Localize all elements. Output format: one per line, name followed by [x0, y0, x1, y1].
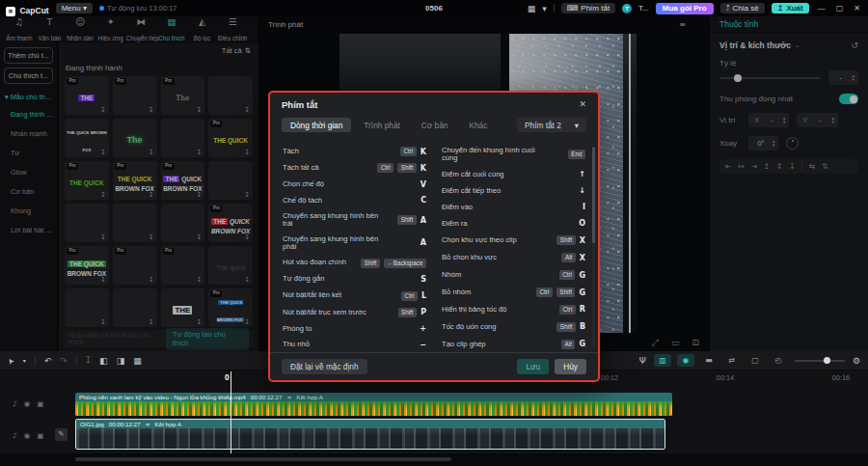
download-icon[interactable]: ↧: [100, 318, 106, 326]
download-icon[interactable]: ↧: [244, 149, 250, 156]
record-voiceover-icon[interactable]: Ψ: [639, 356, 646, 366]
delete-icon[interactable]: ▦: [133, 356, 142, 366]
timeline-settings-icon[interactable]: ⚙: [853, 356, 860, 366]
scale-slider-knob[interactable]: [734, 74, 742, 82]
redo-icon[interactable]: ↷: [60, 356, 68, 366]
download-icon[interactable]: ↧: [149, 233, 154, 241]
section-collapse-icon[interactable]: ⌄: [795, 41, 800, 49]
download-icon[interactable]: ↧: [100, 276, 106, 284]
shortcut-preset-dropdown[interactable]: Phím tắt 2▾: [517, 118, 586, 132]
export-button[interactable]: ↥Xuất: [772, 3, 809, 14]
sidebar-item-4[interactable]: Cơ bản: [0, 181, 57, 201]
select-tool-button[interactable]: ➤: [8, 356, 14, 366]
select-tool-caret-icon[interactable]: ▾: [23, 357, 26, 364]
lock-track-icon[interactable]: ▣: [37, 399, 43, 408]
trim-right-icon[interactable]: ◨: [117, 356, 125, 366]
link-clips-toggle[interactable]: ◉: [677, 354, 694, 367]
distribute-v-icon[interactable]: ⇅: [822, 162, 828, 171]
sidebar-item-5[interactable]: Khung: [0, 201, 57, 220]
download-icon[interactable]: ↧: [196, 149, 202, 156]
template-card[interactable]: ↧: [65, 288, 109, 327]
align-center-h-icon[interactable]: ↔: [738, 162, 745, 171]
cancel-button[interactable]: Hủy: [555, 359, 586, 374]
template-card[interactable]: Pro↧: [161, 246, 205, 285]
nav-item-adjust[interactable]: ☰Điều chỉnh: [218, 16, 248, 44]
nav-item-audio[interactable]: ♫Âm thanh: [4, 16, 34, 44]
modal-tab-3[interactable]: Khác: [460, 118, 496, 132]
download-icon[interactable]: ↧: [100, 106, 106, 114]
minimize-button[interactable]: —: [816, 4, 827, 13]
timeline-zoom-slider[interactable]: [795, 360, 845, 362]
share-button[interactable]: ⤴Chia sẻ: [720, 3, 765, 14]
maximize-button[interactable]: ▢: [834, 4, 846, 13]
close-icon[interactable]: ✕: [579, 99, 586, 109]
aspect-ratio-icon[interactable]: ▭: [671, 338, 680, 347]
template-card[interactable]: ProThe↧: [161, 76, 205, 115]
image-clip[interactable]: OIG1.jpg 00:00:12:27 ∞ Kết hợp A: [75, 419, 665, 450]
download-icon[interactable]: ↧: [196, 318, 202, 326]
nav-item-filter[interactable]: ◭Bộ lọc: [187, 16, 217, 44]
align-bottom-icon[interactable]: ↧: [789, 162, 796, 171]
download-icon[interactable]: ↧: [100, 191, 106, 199]
x-stepper[interactable]: ▲▼: [782, 117, 786, 124]
expand-tracks-toggle[interactable]: ⇄: [723, 354, 741, 367]
sidebar-item-3[interactable]: Glow: [0, 162, 57, 181]
trim-left-icon[interactable]: ◧: [99, 356, 108, 366]
sidebar-item-0[interactable]: Đang thịnh ...: [0, 104, 57, 123]
template-card[interactable]: ↧: [208, 76, 253, 115]
sidebar-item-1[interactable]: Nhấn mạnh: [0, 123, 57, 143]
download-icon[interactable]: ↧: [244, 276, 250, 284]
lock-track-icon[interactable]: ▣: [37, 431, 43, 440]
layout-icon[interactable]: ▦: [528, 4, 536, 14]
download-icon[interactable]: ↧: [244, 191, 250, 199]
avatar[interactable]: T: [622, 4, 632, 14]
template-card[interactable]: ProTHE QUICKBROWN FOX↧: [161, 161, 205, 200]
align-middle-icon[interactable]: ↕: [776, 162, 783, 171]
rotate-stepper[interactable]: ▲▼: [772, 140, 775, 148]
download-icon[interactable]: ↧: [196, 191, 202, 199]
download-icon[interactable]: ↧: [149, 276, 154, 284]
template-card[interactable]: ↧: [113, 204, 157, 242]
sidebar-item-6[interactable]: Lời bài hát ...: [0, 220, 57, 239]
position-x-input[interactable]: X-▲▼: [748, 113, 789, 127]
fullscreen-icon[interactable]: ⊡: [692, 338, 699, 347]
uniform-scale-toggle[interactable]: [839, 94, 858, 104]
download-icon[interactable]: ↧: [244, 106, 250, 114]
scale-stepper[interactable]: ▲▼: [852, 74, 855, 82]
fit-canvas-icon[interactable]: ⤢: [652, 338, 659, 348]
download-icon[interactable]: ↧: [196, 276, 202, 284]
template-card[interactable]: ↧: [208, 161, 253, 200]
template-card[interactable]: ↧: [65, 204, 109, 242]
download-icon[interactable]: ↧: [244, 233, 250, 241]
template-card[interactable]: ProTHE↧: [65, 76, 109, 115]
player-menu-icon[interactable]: ≡: [679, 20, 686, 29]
auto-caption-button[interactable]: Tự động tạo chú thích: [166, 328, 249, 350]
download-icon[interactable]: ↧: [244, 318, 250, 326]
scale-slider[interactable]: [719, 77, 821, 79]
sidebar-item-2[interactable]: Từ: [0, 143, 57, 162]
download-icon[interactable]: ↧: [149, 106, 154, 114]
download-icon[interactable]: ↧: [196, 106, 202, 114]
scale-input[interactable]: -▲▼: [828, 70, 858, 85]
upgrade-pro-button[interactable]: Mua gói Pro: [656, 3, 714, 14]
template-card[interactable]: Pro↧: [113, 246, 157, 285]
main-track-magnet-toggle[interactable]: ▥: [654, 354, 671, 367]
download-icon[interactable]: ↧: [149, 149, 154, 156]
edit-caption-icon[interactable]: ✎: [55, 428, 68, 441]
modal-tab-2[interactable]: Cơ bản: [413, 118, 457, 132]
download-icon[interactable]: ↧: [100, 149, 106, 156]
video-clip[interactable]: Phông nền xanh lam kỹ vào video - Ngọn l…: [75, 393, 672, 416]
template-card[interactable]: ProTHE QUICKBROWN FOX↧: [113, 161, 157, 200]
hide-track-icon[interactable]: ◉: [24, 431, 31, 440]
mask-view-toggle[interactable]: ▢: [746, 354, 764, 367]
align-left-icon[interactable]: ⇤: [725, 162, 732, 171]
filter-dropdown[interactable]: Tất cả⇅: [222, 46, 251, 55]
snap-toggle[interactable]: ◴: [770, 354, 787, 367]
position-y-input[interactable]: Y-▲▼: [797, 113, 837, 127]
horizontal-scrollbar[interactable]: [75, 457, 451, 461]
template-card[interactable]: ↧: [113, 288, 157, 327]
download-icon[interactable]: ↧: [149, 318, 154, 326]
template-card[interactable]: ProTHE QUICK BROWN FOX↧: [208, 288, 253, 327]
template-card[interactable]: ProTHE QUICK↧: [65, 161, 109, 200]
template-card[interactable]: THE QUICK BROWN FOX↧: [65, 119, 109, 157]
